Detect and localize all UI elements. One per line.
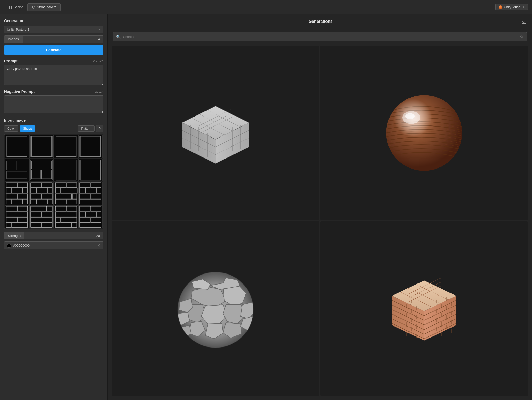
download-icon[interactable] <box>521 18 527 25</box>
muse-dropdown-arrow: ▼ <box>522 6 525 8</box>
tile-cell[interactable] <box>54 135 78 158</box>
svg-rect-69 <box>55 212 77 217</box>
strength-value[interactable]: 20 <box>24 232 103 239</box>
svg-rect-15 <box>56 160 76 180</box>
svg-rect-48 <box>85 188 96 193</box>
dots-menu[interactable]: ⋮ <box>485 3 493 11</box>
negative-prompt-textarea[interactable] <box>4 95 103 113</box>
search-input[interactable] <box>123 35 518 39</box>
svg-rect-67 <box>55 206 66 211</box>
tab-stone-pavers[interactable]: Stone pavers <box>27 3 61 11</box>
images-label: Images <box>4 36 23 43</box>
tile-cell[interactable] <box>78 159 103 182</box>
tile-cell[interactable] <box>5 159 29 182</box>
tile-cell[interactable] <box>78 135 103 158</box>
svg-rect-8 <box>80 136 101 156</box>
svg-rect-43 <box>55 199 66 204</box>
generation-cell-4[interactable] <box>320 221 528 396</box>
svg-rect-18 <box>17 183 27 188</box>
generation-cell-2[interactable] <box>320 46 528 220</box>
input-image-controls: Color Shape Pattern <box>4 125 103 132</box>
svg-rect-70 <box>55 217 60 222</box>
svg-rect-5 <box>7 136 27 156</box>
svg-rect-9 <box>7 161 17 170</box>
shape-tab-button[interactable]: Shape <box>20 125 35 132</box>
svg-rect-24 <box>6 199 11 204</box>
svg-rect-27 <box>31 183 42 188</box>
tab-scene-label: Scene <box>14 5 23 9</box>
svg-rect-10 <box>18 161 27 170</box>
unity-muse-button[interactable]: Unity Muse ▼ <box>495 4 528 10</box>
texture-icon <box>32 5 35 9</box>
input-image-title: Input Image <box>4 118 103 122</box>
svg-rect-72 <box>55 223 71 227</box>
svg-rect-34 <box>31 199 36 204</box>
tile-cell[interactable] <box>29 182 54 205</box>
svg-rect-40 <box>61 188 77 193</box>
tile-cell[interactable] <box>5 182 29 205</box>
tile-cell[interactable] <box>78 205 103 228</box>
svg-rect-54 <box>17 206 27 211</box>
svg-rect-52 <box>80 199 101 204</box>
svg-rect-78 <box>97 212 101 217</box>
generations-grid <box>108 45 532 400</box>
tile-cell[interactable] <box>54 159 78 182</box>
svg-rect-73 <box>71 223 77 227</box>
tile-cell[interactable] <box>5 135 29 158</box>
svg-rect-32 <box>31 194 42 199</box>
trash-icon <box>98 127 101 130</box>
negative-prompt-title: Negative Prompt <box>4 89 35 94</box>
svg-rect-42 <box>72 194 77 199</box>
strength-label: Strength <box>4 232 24 239</box>
stone-cube-image <box>175 92 257 174</box>
svg-rect-74 <box>80 206 91 211</box>
color-swatch[interactable] <box>7 244 11 248</box>
tile-cell[interactable] <box>78 182 103 205</box>
tile-cell[interactable] <box>54 205 78 228</box>
svg-rect-80 <box>91 217 101 222</box>
svg-rect-45 <box>80 183 91 188</box>
tile-cell[interactable] <box>29 159 54 182</box>
trash-button[interactable] <box>96 125 103 132</box>
dropdown-arrow-icon: ▼ <box>98 28 100 31</box>
prompt-textarea[interactable]: Grey pavers and dirt <box>4 65 103 85</box>
strength-row: Strength 20 <box>4 232 103 239</box>
generation-cell-1[interactable] <box>112 46 319 220</box>
images-value[interactable]: 4 <box>23 36 103 43</box>
input-image-label: Input Image <box>4 118 26 122</box>
svg-rect-6 <box>31 136 52 156</box>
color-clear-button[interactable]: ✕ <box>97 243 100 248</box>
tile-grid <box>4 134 103 229</box>
svg-rect-37 <box>55 183 66 188</box>
preset-dropdown-value: Unity-Texture-1 <box>7 28 29 31</box>
tile-cell[interactable] <box>29 205 54 228</box>
svg-point-110 <box>386 95 462 171</box>
svg-rect-21 <box>23 188 28 193</box>
svg-rect-25 <box>12 199 23 204</box>
svg-rect-60 <box>31 206 46 211</box>
prompt-counter: 20/1024 <box>93 59 103 62</box>
preset-dropdown[interactable]: Unity-Texture-1 ▼ <box>4 26 103 33</box>
star-icon[interactable]: ☆ <box>520 34 524 39</box>
color-tab-button[interactable]: Color <box>4 125 18 132</box>
generate-button[interactable]: Generate <box>4 45 103 55</box>
svg-rect-57 <box>17 217 27 222</box>
generation-title: Generation <box>4 18 103 23</box>
tile-cell[interactable] <box>29 135 54 158</box>
cobble-sphere-image <box>172 265 259 352</box>
prompt-header: Prompt 20/1024 <box>4 59 103 63</box>
search-bar: 🔍 ☆ <box>113 32 527 41</box>
svg-rect-44 <box>67 199 77 204</box>
main-layout: Generation Unity-Texture-1 ▼ Images 4 Ge… <box>0 14 532 400</box>
svg-rect-13 <box>31 170 40 179</box>
pattern-button[interactable]: Pattern <box>78 125 95 132</box>
svg-rect-17 <box>6 183 17 188</box>
svg-rect-81 <box>80 223 101 227</box>
tab-scene[interactable]: Scene <box>4 3 27 11</box>
tile-cell[interactable] <box>5 205 29 228</box>
tile-cell[interactable] <box>54 182 78 205</box>
tab-stone-pavers-label: Stone pavers <box>37 5 57 9</box>
svg-rect-47 <box>80 188 85 193</box>
generation-cell-3[interactable] <box>112 221 319 396</box>
svg-rect-64 <box>31 217 52 222</box>
